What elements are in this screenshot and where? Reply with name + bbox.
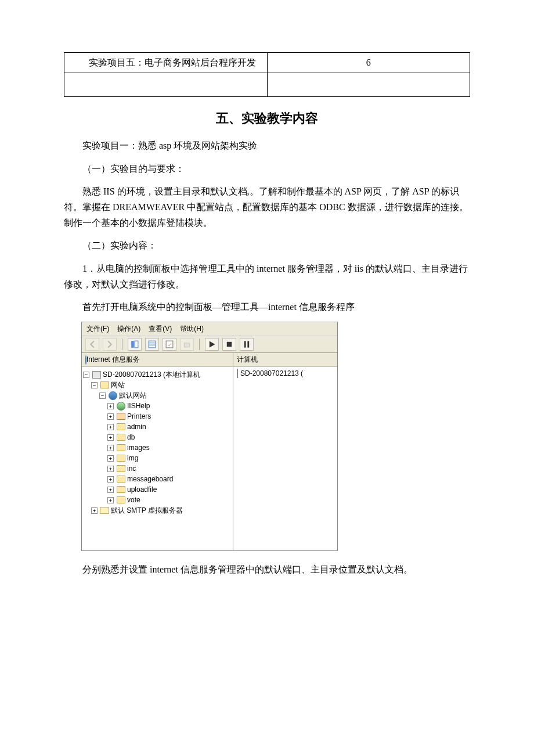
paragraph: 1．从电脑的控制面板中选择管理工具中的 internet 服务管理器，对 iis… (64, 261, 470, 292)
printers-icon (116, 412, 125, 420)
folder-icon (116, 496, 125, 504)
svg-rect-11 (247, 341, 249, 347)
tree-label: IISHelp (127, 401, 150, 411)
table-row (64, 73, 470, 97)
cell-empty (64, 73, 268, 97)
tree-label: 默认 SMTP 虚拟服务器 (111, 505, 183, 516)
tree-node[interactable]: + inc (83, 463, 232, 474)
folder-icon (116, 475, 125, 483)
computer-icon (92, 370, 101, 379)
smtp-icon (100, 506, 109, 514)
tree-label: img (127, 453, 138, 463)
export-icon[interactable] (180, 338, 194, 351)
list-item[interactable]: SD-200807021213 ( (233, 367, 337, 380)
tree-node[interactable]: + 默认 SMTP 虚拟服务器 (83, 505, 232, 516)
expand-icon[interactable]: + (107, 455, 114, 462)
expand-icon[interactable]: + (91, 507, 98, 514)
cell-project: 实验项目五：电子商务网站后台程序开发 (64, 53, 268, 73)
cell-hours: 6 (267, 53, 470, 73)
collapse-icon[interactable]: − (83, 372, 89, 378)
tree-label: SD-200807021213 (本地计算机 (103, 369, 200, 380)
globe-icon (108, 391, 117, 399)
menu-action[interactable]: 操作(A) (117, 324, 140, 334)
tree-node[interactable]: + db (83, 432, 232, 442)
start-icon[interactable] (205, 338, 219, 351)
separator-icon (199, 339, 200, 350)
folder-icon (100, 381, 109, 389)
expand-icon[interactable]: + (107, 434, 114, 441)
properties-icon[interactable]: ✓ (163, 338, 176, 351)
cell-empty (267, 73, 470, 97)
tree-label: 默认网站 (119, 390, 147, 401)
forward-button[interactable] (103, 338, 117, 351)
iishelp-icon (116, 402, 125, 410)
tree-label: 网站 (111, 380, 125, 390)
stop-icon[interactable] (222, 338, 236, 351)
svg-rect-2 (149, 341, 156, 348)
svg-rect-9 (227, 342, 232, 347)
tree-node[interactable]: + uploadfile (83, 484, 232, 495)
expand-icon[interactable]: + (107, 424, 114, 430)
tree-label: inc (127, 463, 136, 474)
list-view-icon[interactable] (145, 338, 159, 351)
svg-rect-7 (184, 343, 189, 347)
tree-node[interactable]: + img (83, 453, 232, 463)
folder-icon (116, 444, 125, 452)
list-item-label: SD-200807021213 ( (240, 369, 303, 377)
computer-icon (237, 369, 238, 377)
folder-icon (116, 433, 125, 441)
expand-icon[interactable]: + (107, 466, 114, 472)
toolbar: ✓ (82, 336, 337, 353)
paragraph: 首先打开电脑系统中的控制面板—管理工具—internet 信息服务程序 (64, 299, 470, 315)
expand-icon[interactable]: + (107, 476, 114, 483)
list-header[interactable]: 计算机 (233, 353, 337, 367)
paragraph: 实验项目一：熟悉 asp 环境及网站架构实验 (64, 138, 470, 153)
tree-label: messageboard (127, 474, 173, 484)
svg-rect-0 (131, 341, 134, 348)
pause-icon[interactable] (240, 338, 254, 351)
svg-rect-1 (135, 341, 138, 348)
tree-label: vote (127, 495, 140, 505)
tree-label: images (127, 442, 150, 453)
tree-view-icon[interactable] (128, 338, 142, 351)
tree-node[interactable]: − 网站 (83, 380, 232, 390)
menu-help[interactable]: 帮助(H) (180, 324, 204, 334)
iis-window: 文件(F) 操作(A) 查看(V) 帮助(H) (81, 322, 338, 551)
tree-node[interactable]: + images (83, 442, 232, 453)
table-row: 实验项目五：电子商务网站后台程序开发 6 (64, 53, 470, 73)
svg-marker-8 (210, 341, 215, 347)
tree-node[interactable]: − 默认网站 (83, 390, 232, 401)
separator-icon (122, 339, 122, 350)
paragraph: （二）实验内容： (64, 237, 470, 253)
tree-node[interactable]: + IISHelp (83, 401, 232, 411)
tree-pane: Internet 信息服务 − SD-200807021213 (本地计算机 − (82, 353, 233, 550)
menu-view[interactable]: 查看(V) (149, 324, 172, 334)
tree-body[interactable]: − SD-200807021213 (本地计算机 − 网站 − (82, 367, 233, 518)
tree-root[interactable]: − SD-200807021213 (本地计算机 (83, 369, 232, 380)
folder-icon (116, 454, 125, 462)
folder-icon (116, 423, 125, 431)
expand-icon[interactable]: + (107, 403, 114, 409)
expand-icon[interactable]: + (107, 445, 114, 451)
svg-text:✓: ✓ (168, 342, 172, 348)
expand-icon[interactable]: + (107, 413, 114, 420)
experiment-table: 实验项目五：电子商务网站后台程序开发 6 (64, 52, 470, 97)
expand-icon[interactable]: + (107, 487, 114, 493)
tree-node[interactable]: + vote (83, 495, 232, 505)
paragraph: 熟悉 IIS 的环境，设置主目录和默认文档,。了解和制作最基本的 ASP 网页，… (64, 183, 470, 231)
expand-icon[interactable]: + (107, 497, 114, 503)
collapse-icon[interactable]: − (99, 393, 106, 399)
tree-header-label: Internet 信息服务 (86, 355, 140, 365)
content-panes: Internet 信息服务 − SD-200807021213 (本地计算机 − (82, 353, 337, 550)
tree-node[interactable]: + messageboard (83, 474, 232, 484)
tree-node[interactable]: + admin (83, 422, 232, 432)
paragraph: （一）实验目的与要求： (64, 161, 470, 177)
collapse-icon[interactable]: − (91, 382, 98, 388)
tree-node[interactable]: + Printers (83, 411, 232, 422)
section-heading: 五、实验教学内容 (64, 110, 470, 127)
tree-label: db (127, 432, 135, 442)
back-button[interactable] (85, 338, 99, 351)
menubar[interactable]: 文件(F) 操作(A) 查看(V) 帮助(H) (82, 322, 337, 336)
tree-label: uploadfile (127, 484, 157, 495)
menu-file[interactable]: 文件(F) (86, 324, 109, 334)
